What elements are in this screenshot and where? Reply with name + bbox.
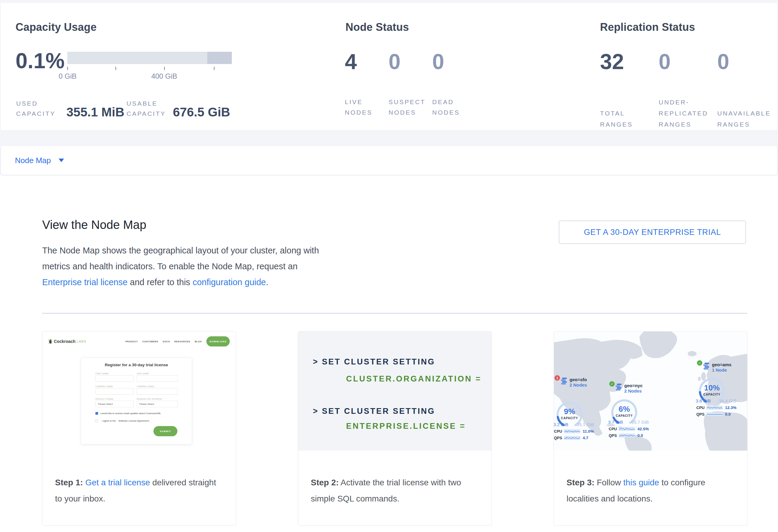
cpu-label: CPU xyxy=(609,427,619,431)
under-replicated-ranges-label: UNDER-REPLICATEDRANGES xyxy=(658,97,717,130)
node-status-title: Node Status xyxy=(345,21,409,33)
reason-select: Please Select xyxy=(137,401,178,407)
step2-caption: Step 2: Activate the trial license with … xyxy=(298,451,491,507)
view-selector-bar: Node Map xyxy=(1,146,777,175)
download-button-image: DOWNLOAD xyxy=(207,336,230,347)
tick-0 xyxy=(67,67,68,70)
qps-value: 4.7 xyxy=(583,436,589,440)
get-trial-license-link[interactable]: Get a trial license xyxy=(85,478,150,487)
node-map-dropdown[interactable]: Node Map xyxy=(15,156,64,165)
intro-text-1: The Node Map shows the geographical layo… xyxy=(42,246,319,271)
cpu-value: 11.0% xyxy=(583,429,594,434)
svg-text:10%: 10% xyxy=(704,383,720,392)
enterprise-trial-button[interactable]: GET A 30-DAY ENTERPRISE TRIAL xyxy=(559,221,746,244)
total-gib: 35.1 GiB xyxy=(577,422,594,427)
map-node-sfo: 1 geo=sfo 2 Nodes xyxy=(555,377,597,440)
intro-text-3: . xyxy=(266,277,268,287)
cluster-summary-panel: Capacity Usage 0.1% 0 GiB 400 GiB xyxy=(1,3,777,131)
cpu-label: CPU xyxy=(696,405,706,410)
step2-label: Step 2: xyxy=(311,478,338,487)
total-ranges-stat: 32 TOTALRANGES xyxy=(600,49,658,130)
first-name-label: FIRST NAME xyxy=(95,373,108,375)
cluster-overview-page: Capacity Usage 0.1% 0 GiB 400 GiB xyxy=(0,0,778,532)
first-name-field xyxy=(95,375,134,382)
capacity-bar-reserved-segment xyxy=(207,52,232,64)
used-gib: 3.2 GiB xyxy=(554,422,568,427)
total-gib: 65.7 GiB xyxy=(631,420,649,425)
logo-name-text: Cockroach xyxy=(54,339,75,344)
svg-text:CAPACITY: CAPACITY xyxy=(704,393,720,396)
capacity-axis-ticks xyxy=(67,67,232,71)
qps-value: 0.0 xyxy=(637,433,643,438)
svg-text:CAPACITY: CAPACITY xyxy=(616,414,633,417)
qps-value: 0.0 xyxy=(725,412,731,416)
qps-sparkline xyxy=(564,436,580,440)
email-updates-checkbox-row: I would like to receive email updates ab… xyxy=(95,412,161,415)
svg-text:9%: 9% xyxy=(564,407,575,416)
usable-capacity-value: 676.5 GiB xyxy=(173,105,230,120)
this-guide-link[interactable]: this guide xyxy=(623,478,659,487)
cockroach-bug-icon xyxy=(49,339,52,344)
step3-text-pre: Follow xyxy=(594,478,623,487)
usable-capacity-label: USABLECAPACITY xyxy=(127,98,166,119)
node-map-dropdown-label: Node Map xyxy=(15,156,51,165)
live-nodes-stat: 4 LIVENODES xyxy=(345,49,389,118)
license-agreement-text: I agree to the Software License Agreemen… xyxy=(100,420,150,422)
total-gib: 34.4 GiB xyxy=(719,398,736,403)
map-node-ams: ✓ geo=ams 1 Node xyxy=(697,362,739,416)
project-phase-label: PROJECT PHASE xyxy=(95,398,114,400)
dead-nodes-value: 0 xyxy=(432,49,476,74)
company-email-label: COMPANY EMAIL xyxy=(137,385,155,387)
step1-card: Cockroach LABS PRODUCT CUSTOMERS DOCS RE… xyxy=(42,331,236,525)
code-line-3: > SET CLUSTER SETTING xyxy=(313,407,435,416)
last-name-label: LAST NAME xyxy=(137,373,149,375)
locality-node-count: 2 Nodes xyxy=(624,388,642,394)
svg-text:CAPACITY: CAPACITY xyxy=(561,416,578,420)
unavailable-ranges-stat: 0 UNAVAILABLERANGES xyxy=(717,49,776,130)
total-ranges-label: TOTALRANGES xyxy=(600,97,658,130)
last-name-field xyxy=(137,375,178,382)
capacity-percent-value: 0.1% xyxy=(15,49,65,73)
suspect-nodes-stat: 0 SUSPECTNODES xyxy=(389,49,432,118)
qps-label: QPS xyxy=(554,436,564,440)
site-nav: PRODUCT CUSTOMERS DOCS RESOURCES BLOG xyxy=(125,340,202,343)
suspect-nodes-label: SUSPECTNODES xyxy=(389,97,432,118)
suspect-nodes-value: 0 xyxy=(389,49,432,74)
code-line-4: ENTERPRISE.LICENSE = xyxy=(346,422,466,431)
nav-blog: BLOG xyxy=(195,340,202,343)
cockroach-labs-logo: Cockroach LABS xyxy=(49,339,86,344)
reason-label: REASON FOR INTEREST xyxy=(137,398,162,400)
node-status-columns: 4 LIVENODES 0 SUSPECTNODES 0 DEADNODES xyxy=(345,49,476,118)
database-stack-icon xyxy=(615,384,622,391)
locality-name: geo=sfo xyxy=(569,377,587,382)
capacity-stats-row: USEDCAPACITY 355.1 MiB USABLECAPACITY 67… xyxy=(15,97,243,118)
cpu-sparkline xyxy=(706,406,723,409)
under-replicated-ranges-stat: 0 UNDER-REPLICATEDRANGES xyxy=(658,49,717,130)
enterprise-trial-license-link[interactable]: Enterprise trial license xyxy=(42,277,128,287)
qps-sparkline xyxy=(706,412,723,416)
capacity-usage-title: Capacity Usage xyxy=(15,21,97,33)
company-name-field xyxy=(95,388,134,395)
cpu-value: 42.5% xyxy=(637,427,649,431)
email-updates-text: I would like to receive email updates ab… xyxy=(100,412,161,415)
under-replicated-ranges-value: 0 xyxy=(658,49,717,74)
submit-button-image: SUBMIT xyxy=(153,426,177,436)
unavailable-ranges-label: UNAVAILABLERANGES xyxy=(717,97,776,130)
node-map-intro-section: View the Node Map The Node Map shows the… xyxy=(0,175,778,532)
license-agreement-checkbox-row: I agree to the Software License Agreemen… xyxy=(95,420,150,422)
software-license-agreement-link: Software License Agreement. xyxy=(118,420,150,422)
registration-form-title: Register for a 30-day trial license xyxy=(81,363,192,367)
nav-resources: RESOURCES xyxy=(174,340,190,343)
alert-badge-icon: 1 xyxy=(555,375,560,381)
sql-code-block: > SET CLUSTER SETTING CLUSTER.ORGANIZATI… xyxy=(298,331,491,451)
section-divider xyxy=(42,313,747,314)
qps-label: QPS xyxy=(696,412,706,416)
cpu-label: CPU xyxy=(554,429,564,434)
dead-nodes-stat: 0 DEADNODES xyxy=(432,49,476,118)
used-capacity-value: 355.1 MiB xyxy=(66,105,125,120)
nav-customers: CUSTOMERS xyxy=(142,340,158,343)
project-phase-select: Please Select xyxy=(95,401,134,407)
replication-status-title: Replication Status xyxy=(600,21,695,33)
configuration-guide-link[interactable]: configuration guide xyxy=(192,277,266,287)
healthy-badge-icon: ✓ xyxy=(697,360,702,366)
